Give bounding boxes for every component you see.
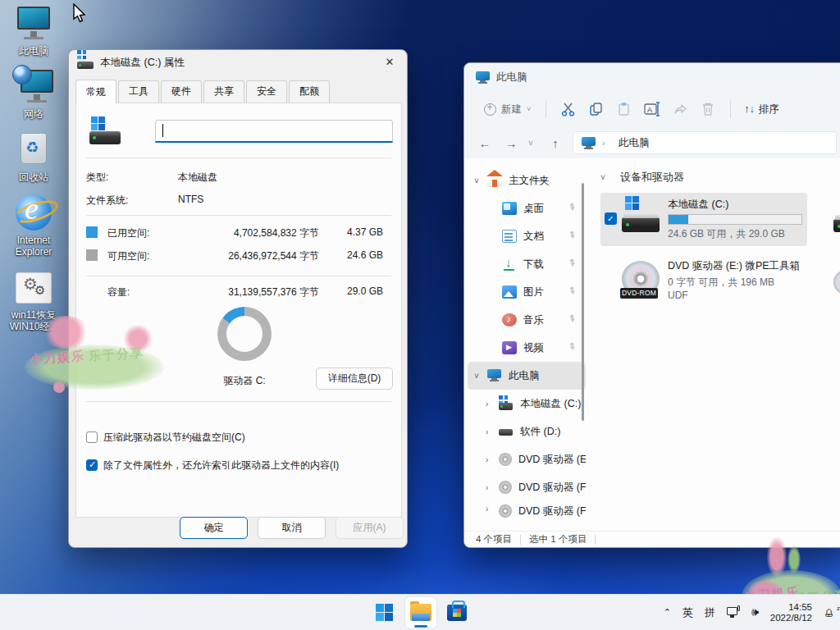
start-button[interactable] <box>369 597 400 628</box>
item-count: 4 个项目 <box>476 533 512 546</box>
divider <box>595 535 596 545</box>
cancel-button[interactable]: 取消 <box>258 517 326 539</box>
pin-icon: ✎ <box>566 284 583 300</box>
sidebar-item-home[interactable]: ˅ 主文件夹 <box>468 167 586 194</box>
share-button[interactable] <box>666 97 694 121</box>
sidebar-item-desktop[interactable]: 桌面 ✎ <box>468 194 586 222</box>
capacity-size: 29.0 GB <box>326 285 383 297</box>
chevron-right-icon: › <box>486 483 499 492</box>
documents-icon <box>502 230 517 243</box>
up-button[interactable]: ↑ <box>546 136 564 150</box>
breadcrumb-item[interactable]: 此电脑 <box>619 136 650 150</box>
drive-tile-c[interactable]: ✓ 本地磁盘 (C:) 24.6 GB 可用，共 29.0 GB <box>600 193 807 246</box>
sort-arrows-icon: ↑↓ <box>744 103 755 115</box>
close-icon[interactable]: ✕ <box>377 52 402 72</box>
home-icon <box>487 174 502 187</box>
partial-dvd-icon <box>833 268 840 293</box>
drive-usage-bar-fill <box>669 215 688 224</box>
tab-tools[interactable]: 工具 <box>118 80 159 103</box>
desktop-folder-icon <box>502 202 517 215</box>
desktop-icon-recycle-bin[interactable]: 回收站 <box>0 131 67 183</box>
back-button[interactable]: ← <box>476 136 494 150</box>
sort-button[interactable]: ↑↓ 排序 <box>739 98 784 121</box>
paste-icon <box>617 102 632 116</box>
details-button[interactable]: 详细信息(D) <box>316 368 393 390</box>
music-icon <box>502 313 517 326</box>
sidebar-item-local-disk-c[interactable]: › 本地磁盘 (C:) <box>468 390 586 418</box>
dialog-titlebar[interactable]: 本地磁盘 (C:) 属性 ✕ <box>69 50 407 75</box>
dialog-tabs: 常规 工具 硬件 共享 安全 配额 <box>75 81 400 103</box>
checkbox-unchecked[interactable] <box>86 431 98 443</box>
tab-security[interactable]: 安全 <box>246 80 287 103</box>
pin-icon: ✎ <box>566 228 583 244</box>
plus-icon <box>484 103 496 116</box>
network-tray-icon[interactable] <box>727 607 740 618</box>
tab-hardware[interactable]: 硬件 <box>161 80 202 103</box>
new-button[interactable]: 新建 ˅ <box>477 98 537 121</box>
capacity-bytes: 31,139,557,376 字节 <box>204 285 319 299</box>
compress-checkbox-row[interactable]: 压缩此驱动器以节约磁盘空间(C) <box>86 430 245 445</box>
taskbar-microsoft-store[interactable] <box>441 597 472 628</box>
dvd-icon <box>499 481 512 494</box>
selection-checkbox[interactable]: ✓ <box>605 212 617 225</box>
desktop-icon-this-pc[interactable]: 此电脑 <box>0 5 67 57</box>
sidebar-item-dvd-f[interactable]: › DVD 驱动器 (F <box>468 473 586 501</box>
index-checkbox-row[interactable]: 除了文件属性外，还允许索引此驱动器上文件的内容(I) <box>86 458 339 472</box>
sidebar-item-dvd-e[interactable]: › DVD 驱动器 (E <box>468 445 586 473</box>
taskbar-file-explorer[interactable] <box>405 597 436 628</box>
sidebar-item-this-pc[interactable]: ˅ 此电脑 <box>468 362 586 390</box>
tray-date: 2022/8/12 <box>770 613 812 623</box>
explorer-titlebar[interactable]: 此电脑 <box>464 63 840 91</box>
breadcrumb[interactable]: › 此电脑 <box>573 131 837 154</box>
notification-bell-icon[interactable]: 🕭z <box>824 606 835 619</box>
clock[interactable]: 14:55 2022/8/12 <box>770 602 812 623</box>
desktop-icon-win11-restore[interactable]: win11恢复WIN10经... <box>0 269 67 332</box>
sidebar-item-documents[interactable]: 文档 ✎ <box>468 222 586 250</box>
volume-icon[interactable]: 🕪 <box>751 605 759 619</box>
language-indicator-en[interactable]: 英 <box>682 605 693 620</box>
separator <box>86 215 391 216</box>
drive-tile-dvd-e[interactable]: DVD-ROM DVD 驱动器 (E:) 微PE工具箱 0 字节 可用，共 19… <box>600 254 807 306</box>
folder-icon <box>410 604 431 621</box>
drive-name: DVD 驱动器 (E:) 微PE工具箱 <box>668 259 801 273</box>
forward-button[interactable]: → <box>502 136 520 150</box>
used-space-swatch <box>86 226 98 238</box>
pin-icon: ✎ <box>566 312 583 328</box>
ok-button[interactable]: 确定 <box>180 517 248 539</box>
desktop-icon-network[interactable]: 网络 <box>0 68 67 120</box>
section-devices-and-drives[interactable]: ˅ 设备和驱动器 <box>600 170 840 185</box>
rename-button[interactable]: A <box>638 97 666 121</box>
checkbox-checked[interactable] <box>86 459 98 471</box>
delete-button[interactable] <box>694 97 722 121</box>
field-label: 已用空间: <box>107 226 149 240</box>
apply-button[interactable]: 应用(A) <box>336 517 404 539</box>
sidebar-item-videos[interactable]: 视频 ✎ <box>468 334 586 362</box>
sidebar-item-downloads[interactable]: 下载 ✎ <box>468 250 586 278</box>
drive-name-input[interactable] <box>155 120 393 143</box>
ime-indicator-pinyin[interactable]: 拼 <box>705 605 715 620</box>
tab-general[interactable]: 常规 <box>75 80 116 103</box>
breadcrumb-chevron-icon: › <box>602 139 612 148</box>
paste-button[interactable] <box>610 97 638 121</box>
used-space-size: 4.37 GB <box>326 226 383 238</box>
copy-button[interactable] <box>582 97 610 121</box>
windows-drive-icon <box>499 397 514 410</box>
chevron-down-icon: ˅ <box>474 372 487 381</box>
sidebar-scrollbar[interactable] <box>582 183 584 421</box>
tab-sharing[interactable]: 共享 <box>203 80 244 103</box>
cut-button[interactable] <box>555 97 582 121</box>
dialog-title: 本地磁盘 (C:) 属性 <box>100 56 185 70</box>
sidebar-item-music[interactable]: 音乐 ✎ <box>468 306 586 334</box>
sidebar-item-pictures[interactable]: 图片 ✎ <box>468 278 586 306</box>
sidebar-item-dvd-clipped[interactable]: › DVD 驱动器 (F:) <box>468 501 586 523</box>
chevron-right-icon: › <box>486 455 499 464</box>
desktop-icon-internet-explorer[interactable]: InternetExplorer <box>0 194 67 258</box>
pin-icon: ✎ <box>566 256 583 272</box>
sidebar-item-drive-d[interactable]: › 软件 (D:) <box>468 418 586 445</box>
history-chevron-icon[interactable]: ˅ <box>528 139 538 148</box>
tray-chevron-up-icon[interactable]: ⌃ <box>664 607 671 618</box>
windows-drive-icon <box>89 118 122 146</box>
tab-quota[interactable]: 配额 <box>289 80 330 103</box>
videos-icon <box>502 341 517 354</box>
explorer-navbar: ← → ˅ ↑ › 此电脑 <box>464 127 840 158</box>
